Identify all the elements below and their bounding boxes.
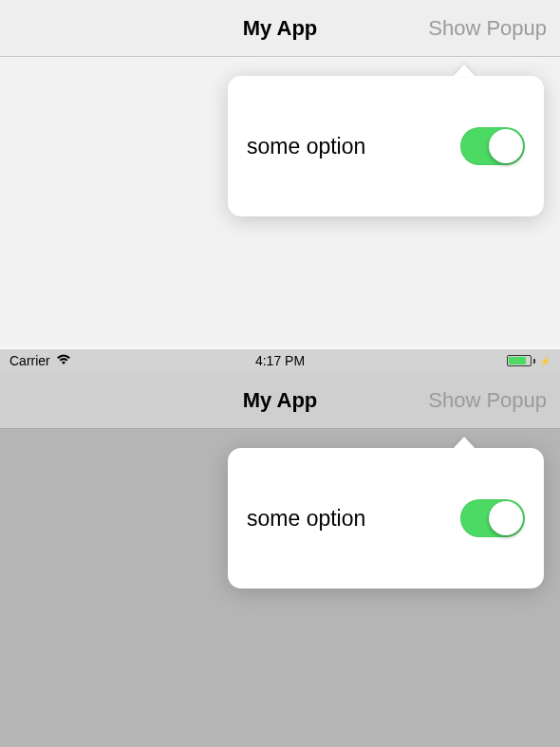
nav-title: My App	[243, 16, 318, 41]
popover: some option	[228, 76, 544, 216]
battery-icon	[507, 355, 532, 366]
option-toggle-switch[interactable]	[460, 499, 525, 537]
switch-knob	[489, 501, 523, 535]
status-time: 4:17 PM	[255, 353, 305, 368]
show-popup-button[interactable]: Show Popup	[428, 388, 547, 413]
status-battery: ⚡	[507, 355, 551, 366]
popover: some option	[228, 448, 544, 588]
switch-knob	[489, 129, 523, 163]
carrier-label: Carrier	[9, 353, 50, 368]
nav-bar: My App Show Popup	[0, 0, 560, 57]
nav-title: My App	[243, 388, 318, 413]
option-toggle-switch[interactable]	[460, 127, 525, 165]
popover-option-label: some option	[247, 134, 365, 159]
popover-option-label: some option	[247, 506, 365, 532]
screen-light: My App Show Popup some option	[0, 0, 560, 346]
wifi-icon	[56, 353, 71, 368]
screen-dimmed: Carrier 4:17 PM ⚡ My App Show Popup some…	[0, 349, 560, 747]
show-popup-button[interactable]: Show Popup	[428, 16, 547, 41]
status-bar: Carrier 4:17 PM ⚡	[0, 349, 560, 372]
charging-icon: ⚡	[539, 356, 551, 366]
status-carrier: Carrier	[9, 353, 71, 368]
nav-bar: My App Show Popup	[0, 372, 560, 429]
